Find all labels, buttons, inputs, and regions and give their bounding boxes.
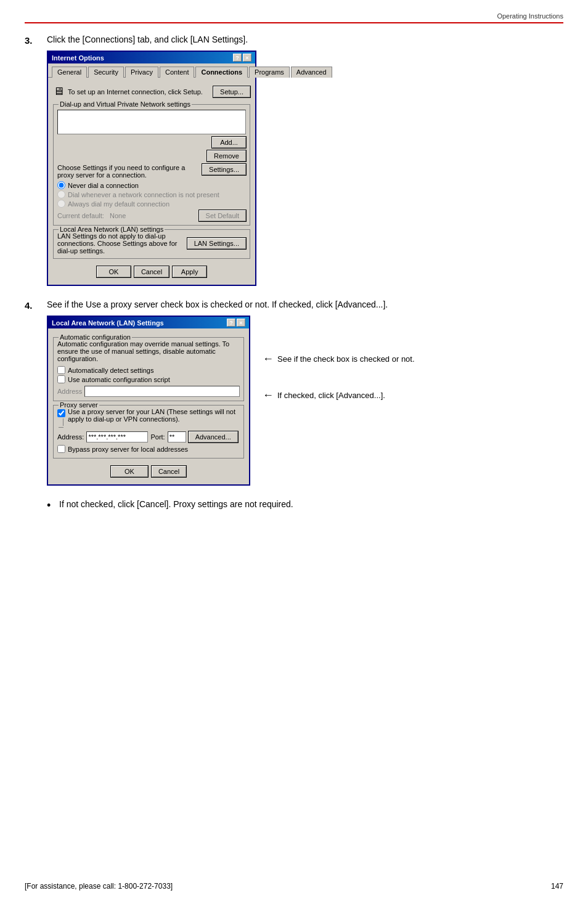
network-icon: 🖥 <box>53 85 64 98</box>
dialog-content: 🖥 To set up an Internet connection, clic… <box>48 78 255 285</box>
current-default-label: Current default: None <box>57 212 126 219</box>
bullet-text: If not checked, click [Cancel]. Proxy se… <box>59 499 293 509</box>
auto-detect-label: Automatically detect settings <box>68 367 153 374</box>
tab-connections[interactable]: Connections <box>195 67 248 78</box>
apply-button[interactable]: Apply <box>173 266 206 277</box>
internet-options-dialog: Internet Options ? × General Security Pr… <box>47 51 256 286</box>
proxy-port-label: Port: <box>150 433 165 441</box>
lan-dialog-title: Local Area Network (LAN) Settings <box>52 319 164 327</box>
address-label: Address <box>57 388 82 395</box>
step4-text: See if the Use a proxy server check box … <box>47 300 563 309</box>
tab-general[interactable]: General <box>52 67 87 78</box>
step4: 4. See if the Use a proxy server check b… <box>25 300 563 486</box>
arrow2-icon: ← <box>263 389 274 402</box>
lan-dialog-content: Automatic configuration Automatic config… <box>48 328 249 484</box>
radio-always-dial-input[interactable] <box>57 200 65 208</box>
footer-assistance: [For assistance, please call: 1-800-272-… <box>25 882 173 891</box>
dialup-group: Dial-up and Virtual Private Network sett… <box>53 104 250 226</box>
proxy-server-group: Proxy server Use a proxy server for your… <box>53 405 244 459</box>
proxy-address-label: Address: <box>57 433 84 441</box>
auto-script-label: Use automatic configuration script <box>68 376 170 383</box>
dialup-group-label: Dial-up and Virtual Private Network sett… <box>59 100 192 108</box>
annotation2-text: If checked, click [Advanced...]. <box>277 391 385 400</box>
radio-never-dial-label: Never dial a connection <box>68 182 139 189</box>
footer-page: 147 <box>551 882 563 891</box>
tab-security[interactable]: Security <box>88 67 124 78</box>
step3: 3. Click the [Connections] tab, and clic… <box>25 35 563 286</box>
step4-number: 4. <box>25 300 47 311</box>
proxy-check-label: Use a proxy server for your LAN (These s… <box>68 408 240 423</box>
annotation1-text: See if the check box is checked or not. <box>277 354 415 364</box>
footer: [For assistance, please call: 1-800-272-… <box>25 882 563 891</box>
lan-help-button[interactable]: ? <box>227 319 235 327</box>
auto-script-checkbox[interactable] <box>57 375 65 383</box>
auto-config-group-label: Automatic configuration <box>59 333 132 341</box>
auto-detect-checkbox[interactable] <box>57 366 65 374</box>
close-button[interactable]: × <box>243 54 251 62</box>
setup-area-text: 🖥 To set up an Internet connection, clic… <box>53 85 203 98</box>
settings-button[interactable]: Settings... <box>202 164 246 175</box>
lan-cancel-button[interactable]: Cancel <box>152 466 186 477</box>
dialog-title-buttons: ? × <box>233 54 251 62</box>
auto-detect-row: Automatically detect settings <box>57 366 240 374</box>
lan-settings-text: LAN Settings do not apply to dial-up con… <box>57 232 185 255</box>
radio-dial-whenever-input[interactable] <box>57 190 65 198</box>
header-text: Operating Instructions <box>497 12 563 20</box>
tab-bar: General Security Privacy Content Connect… <box>48 63 255 78</box>
radio-never-dial-input[interactable] <box>57 181 65 189</box>
lan-ok-button[interactable]: OK <box>111 466 148 477</box>
dialog-title-text: Internet Options <box>52 54 104 62</box>
annotation-area: Local Area Network (LAN) Settings ? × Au… <box>47 316 563 486</box>
bullet-dot: • <box>47 499 54 513</box>
setup-description: To set up an Internet connection, click … <box>68 88 203 96</box>
lan-group-label: Local Area Network (LAN) settings <box>59 226 165 233</box>
lan-settings-dialog: Local Area Network (LAN) Settings ? × Au… <box>47 316 250 486</box>
bullet-item: • If not checked, click [Cancel]. Proxy … <box>47 499 563 513</box>
proxy-address-input[interactable] <box>86 431 148 442</box>
lan-dialog-titlebar: Local Area Network (LAN) Settings ? × <box>48 317 249 328</box>
proxy-port-input[interactable] <box>168 431 186 442</box>
lan-dialog-buttons: OK Cancel <box>53 462 244 479</box>
annotations: ← See if the check box is checked or not… <box>263 316 415 402</box>
proxy-group-label: Proxy server <box>59 401 99 409</box>
header-label: Operating Instructions <box>25 12 563 23</box>
radio-always-dial-label: Always dial my default connection <box>68 200 169 208</box>
setup-button[interactable]: Setup... <box>213 86 250 97</box>
radio-dial-whenever-label: Dial whenever a network connection is no… <box>68 191 219 198</box>
choose-settings-text: Choose Settings if you need to configure… <box>57 164 200 179</box>
bypass-checkbox[interactable] <box>57 445 65 453</box>
ok-button[interactable]: OK <box>97 266 131 277</box>
dialog-titlebar: Internet Options ? × <box>48 52 255 63</box>
lan-title-buttons: ? × <box>227 319 245 327</box>
advanced-button[interactable]: Advanced... <box>189 431 238 442</box>
arrow1-icon: ← <box>263 353 274 365</box>
lan-settings-button[interactable]: LAN Settings... <box>187 238 246 249</box>
tab-programs[interactable]: Programs <box>249 67 290 78</box>
annotation2-container: ← If checked, click [Advanced...]. <box>263 389 415 402</box>
address-input[interactable] <box>84 386 240 397</box>
setup-area: 🖥 To set up an Internet connection, clic… <box>53 83 250 100</box>
bypass-label: Bypass proxy server for local addresses <box>68 446 188 453</box>
lan-group: Local Area Network (LAN) settings LAN Se… <box>53 229 250 259</box>
help-button[interactable]: ? <box>233 54 242 62</box>
bypass-row: Bypass proxy server for local addresses <box>57 445 240 453</box>
dialog-buttons: OK Cancel Apply <box>53 263 250 280</box>
add-button[interactable]: Add... <box>212 137 246 148</box>
remove-button[interactable]: Remove <box>207 150 246 161</box>
auto-script-row: Use automatic configuration script <box>57 375 240 383</box>
lan-close-button[interactable]: × <box>237 319 245 327</box>
tab-privacy[interactable]: Privacy <box>125 67 158 78</box>
cancel-button[interactable]: Cancel <box>134 266 169 277</box>
radio-dial-whenever: Dial whenever a network connection is no… <box>57 190 246 198</box>
proxy-checkbox[interactable] <box>57 409 65 417</box>
step3-text: Click the [Connections] tab, and click [… <box>47 35 563 44</box>
set-default-button[interactable]: Set Default <box>199 210 246 221</box>
auto-config-group: Automatic configuration Automatic config… <box>53 337 244 401</box>
radio-never-dial: Never dial a connection <box>57 181 246 189</box>
tab-content[interactable]: Content <box>160 67 195 78</box>
tab-advanced[interactable]: Advanced <box>291 67 332 78</box>
step3-number: 3. <box>25 35 47 46</box>
radio-always-dial: Always dial my default connection <box>57 200 246 208</box>
annotation1-container: ← See if the check box is checked or not… <box>263 353 415 365</box>
auto-config-desc: Automatic configuration may override man… <box>57 340 240 362</box>
